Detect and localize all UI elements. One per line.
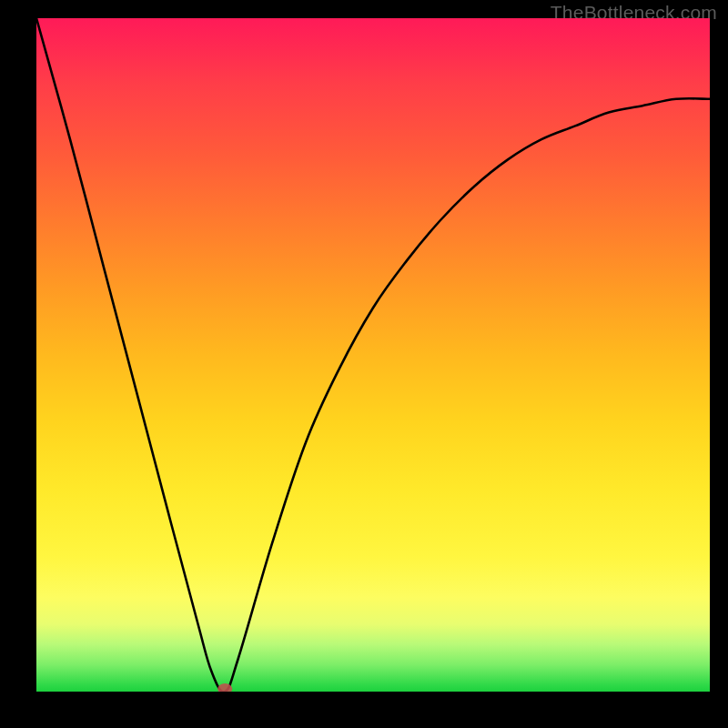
plot-area xyxy=(36,18,710,692)
chart-svg xyxy=(36,18,710,692)
bottleneck-curve-line xyxy=(36,18,710,692)
chart-container: TheBottleneck.com xyxy=(0,0,728,728)
